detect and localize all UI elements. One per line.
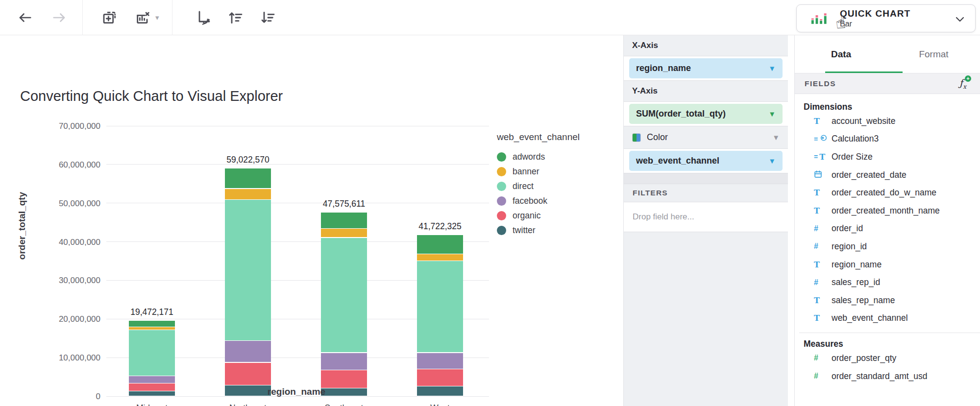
- field-label: account_website: [832, 116, 895, 126]
- legend-item-facebook[interactable]: facebook: [497, 193, 580, 208]
- y-axis-tick-label: 60,000,000: [48, 160, 100, 170]
- pill-caret-icon[interactable]: ▼: [768, 157, 776, 165]
- add-chart-icon[interactable]: [98, 6, 121, 29]
- bar-segment-northeast-banner[interactable]: [225, 189, 271, 200]
- bar-segment-midwest-organic[interactable]: [129, 383, 175, 391]
- field-row-sales-rep-id[interactable]: #sales_rep_id: [799, 273, 980, 291]
- y-axis-tick-label: 70,000,000: [48, 121, 100, 131]
- legend-item-twitter[interactable]: twitter: [497, 223, 580, 238]
- filters-drop-zone[interactable]: Drop field here...: [624, 202, 788, 232]
- filters-header: FILTERS: [624, 184, 788, 202]
- tab-format[interactable]: Format: [887, 35, 980, 73]
- field-label: order_standard_amt_usd: [832, 371, 928, 382]
- quick-chart-type-button[interactable]: QUICK CHART Bar: [796, 4, 976, 32]
- pill-caret-icon[interactable]: ▼: [768, 110, 776, 118]
- color-field-pill[interactable]: web_event_channel ▼: [629, 151, 783, 171]
- add-calculation-fx-icon[interactable]: ƒx+: [956, 77, 970, 90]
- bar-segment-midwest-adwords[interactable]: [129, 321, 175, 326]
- y-axis-shelf: SUM(order_total_qty) ▼: [624, 102, 788, 126]
- bar-segment-southeast-twitter[interactable]: [321, 388, 367, 396]
- field-row-order-id[interactable]: #order_id: [799, 220, 980, 238]
- field-row-calculation3[interactable]: =Calculation3: [799, 130, 980, 148]
- field-row-order-size[interactable]: =TOrder Size: [799, 148, 980, 166]
- legend-label: twitter: [513, 225, 536, 236]
- field-row-order-created-do-w-name[interactable]: Torder_created_do_w_name: [799, 184, 980, 202]
- tab-data[interactable]: Data: [795, 35, 887, 73]
- color-caret-icon[interactable]: ▼: [772, 133, 780, 142]
- field-label: web_event_channel: [832, 313, 908, 323]
- color-shelf: web_event_channel ▼: [624, 149, 788, 173]
- bar-segment-midwest-direct[interactable]: [129, 330, 175, 376]
- field-icon-cell: =: [814, 134, 832, 144]
- bar-segment-west-adwords[interactable]: [417, 235, 463, 254]
- bar-segment-west-direct[interactable]: [417, 261, 463, 352]
- sort-ascending-icon[interactable]: [224, 6, 247, 29]
- x-axis-category-label: Midwest: [113, 403, 191, 406]
- legend-label: banner: [513, 167, 539, 177]
- text-field-icon: T: [814, 188, 820, 197]
- bar-segment-northeast-organic[interactable]: [225, 363, 271, 385]
- field-row-region-name[interactable]: Tregion_name: [799, 256, 980, 274]
- panel-tabs: Data Format: [795, 35, 980, 73]
- bar-segment-west-organic[interactable]: [417, 369, 463, 386]
- field-icon-cell: =T: [814, 152, 832, 162]
- field-row-region-id[interactable]: #region_id: [799, 238, 980, 256]
- field-row-web-event-channel[interactable]: Tweb_event_channel: [799, 310, 980, 328]
- bar-segment-midwest-banner[interactable]: [129, 327, 175, 330]
- bar-segment-northeast-direct[interactable]: [225, 200, 271, 340]
- field-row-order-created-month-name[interactable]: Torder_created_month_name: [799, 202, 980, 220]
- color-shelf-header[interactable]: Color ▼: [624, 126, 788, 149]
- bar-segment-southeast-direct[interactable]: [321, 238, 367, 353]
- x-axis-field-label: region_name: [636, 63, 768, 73]
- chevron-down-icon: [956, 17, 964, 23]
- legend-item-direct[interactable]: direct: [497, 179, 580, 193]
- y-axis-field-pill[interactable]: SUM(order_total_qty) ▼: [629, 104, 783, 124]
- bar-segment-southeast-facebook[interactable]: [321, 353, 367, 370]
- remove-chart-caret-icon[interactable]: ▾: [155, 13, 159, 22]
- bar-segment-west-banner[interactable]: [417, 254, 463, 261]
- legend-item-banner[interactable]: banner: [497, 164, 580, 179]
- field-row-account-website[interactable]: Taccount_website: [799, 112, 980, 130]
- field-label: Calculation3: [832, 134, 879, 144]
- field-row-order-poster-qty[interactable]: #order_poster_qty: [799, 349, 980, 367]
- bar-segment-southeast-adwords[interactable]: [321, 213, 367, 228]
- field-row-sales-rep-name[interactable]: Tsales_rep_name: [799, 291, 980, 310]
- app-window: ▾: [0, 0, 980, 406]
- number-field-icon: #: [814, 354, 818, 362]
- legend-dot-icon: [497, 182, 506, 191]
- legend-item-adwords[interactable]: adwords: [497, 149, 580, 164]
- bar-segment-west-facebook[interactable]: [417, 353, 463, 369]
- bar-segment-midwest-facebook[interactable]: [129, 376, 175, 382]
- forward-icon[interactable]: [48, 6, 71, 29]
- swap-axes-icon[interactable]: [192, 6, 215, 29]
- calendar-field-icon: [814, 170, 822, 180]
- field-row-order-created-date[interactable]: order_created_date: [799, 166, 980, 184]
- y-axis-field-label: SUM(order_total_qty): [636, 109, 768, 119]
- pill-caret-icon[interactable]: ▼: [768, 64, 776, 72]
- x-axis-field-pill[interactable]: region_name ▼: [629, 58, 783, 78]
- field-icon-cell: T: [814, 206, 832, 215]
- remove-chart-icon[interactable]: [132, 6, 154, 29]
- bar-segment-southeast-banner[interactable]: [321, 229, 367, 238]
- legend-items: adwordsbannerdirectfacebookorganictwitte…: [497, 149, 580, 238]
- bar-segment-west-twitter[interactable]: [417, 386, 463, 396]
- bar-total-label: 19,472,171: [113, 307, 191, 317]
- axes-panel: X-Axis region_name ▼ Y-Axis SUM(order_to…: [623, 35, 788, 406]
- equals-prefix-icon: =: [814, 135, 818, 143]
- field-row-order-standard-amt-usd[interactable]: #order_standard_amt_usd: [799, 367, 980, 385]
- bar-segment-midwest-twitter[interactable]: [129, 391, 175, 396]
- y-axis-tick-label: 30,000,000: [48, 276, 100, 286]
- back-icon[interactable]: [14, 6, 36, 29]
- bar-segment-northeast-twitter[interactable]: [225, 385, 271, 396]
- quick-chart-title: QUICK CHART: [840, 8, 910, 19]
- field-icon-cell: #: [814, 278, 832, 287]
- y-axis-shelf-header: Y-Axis: [624, 81, 788, 102]
- legend-item-organic[interactable]: organic: [497, 208, 580, 223]
- bar-total-label: 47,575,611: [305, 199, 383, 209]
- field-icon-cell: T: [814, 117, 832, 126]
- bar-segment-southeast-organic[interactable]: [321, 370, 367, 388]
- bar-segment-northeast-facebook[interactable]: [225, 341, 271, 362]
- bar-segment-northeast-adwords[interactable]: [225, 168, 271, 189]
- fields-header-label: FIELDS: [805, 79, 956, 88]
- sort-descending-icon[interactable]: [257, 6, 279, 29]
